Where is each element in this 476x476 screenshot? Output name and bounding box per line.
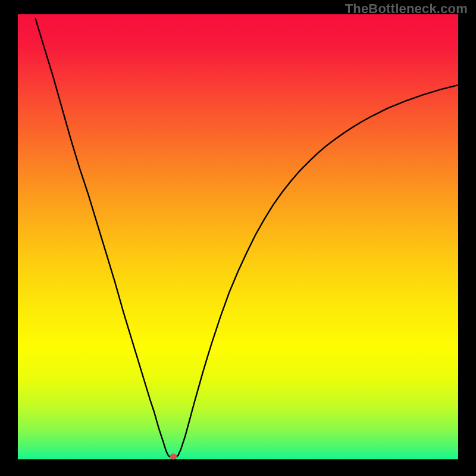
chart-frame: TheBottleneck.com (0, 0, 476, 476)
chart-background (18, 14, 458, 459)
optimal-marker (170, 454, 177, 460)
bottleneck-chart (0, 0, 476, 476)
watermark-text: TheBottleneck.com (345, 1, 468, 17)
